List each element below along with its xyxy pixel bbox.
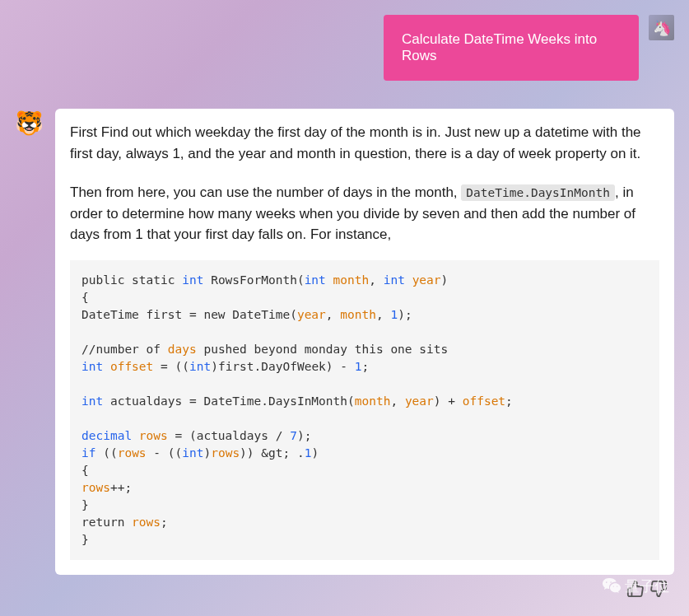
bot-avatar-emoji: 🐯 (15, 110, 44, 137)
watermark-text: 量子位 (625, 576, 669, 596)
bot-paragraph-1: First Find out which weekday the first d… (70, 122, 659, 164)
user-message-bubble: Calculate DateTime Weeks into Rows (384, 15, 639, 81)
bot-message-bubble: First Find out which weekday the first d… (55, 109, 674, 575)
watermark: 量子位 (602, 576, 669, 596)
bot-message-row: 🐯 First Find out which weekday the first… (15, 109, 674, 575)
bot-avatar[interactable]: 🐯 (15, 109, 44, 138)
user-avatar-emoji: 🦄 (653, 19, 671, 37)
wechat-icon (602, 576, 621, 596)
bot-paragraph-2: Then from here, you can use the number o… (70, 182, 659, 245)
user-message-text: Calculate DateTime Weeks into Rows (402, 31, 597, 63)
code-block[interactable]: public static int RowsForMonth(int month… (70, 260, 659, 560)
user-avatar[interactable]: 🦄 (649, 15, 674, 40)
user-message-row: Calculate DateTime Weeks into Rows 🦄 (15, 15, 674, 81)
inline-code: DateTime.DaysInMonth (461, 184, 615, 201)
